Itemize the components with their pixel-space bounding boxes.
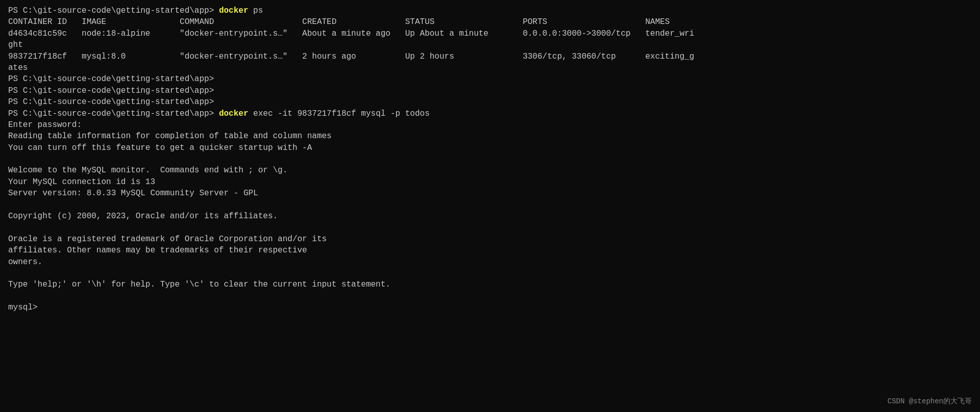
oracle-trademark-2: affiliates. Other names may be trademark… bbox=[8, 245, 972, 256]
oracle-trademark-3: owners. bbox=[8, 256, 972, 268]
table-row-1-part1: d4634c81c59c node:18-alpine "docker-entr… bbox=[8, 28, 972, 39]
command-args-1: ps bbox=[248, 6, 263, 15]
prompt-1: PS C:\git-source-code\getting-started\ap… bbox=[8, 6, 219, 15]
terminal-window: PS C:\git-source-code\getting-started\ap… bbox=[8, 5, 972, 314]
table-row-1-part2: ght bbox=[8, 39, 972, 50]
empty-line-4 bbox=[8, 268, 972, 279]
table-row-2-part2: ates bbox=[8, 62, 972, 73]
empty-prompt-1: PS C:\git-source-code\getting-started\ap… bbox=[8, 73, 972, 85]
mysql-prompt[interactable]: mysql> bbox=[8, 302, 972, 313]
empty-line-3 bbox=[8, 222, 972, 233]
reading-table-info: Reading table information for completion… bbox=[8, 131, 972, 142]
help-hint: Type 'help;' or '\h' for help. Type '\c'… bbox=[8, 279, 972, 290]
docker-keyword-1: docker bbox=[219, 6, 249, 15]
turn-off-feature: You can turn off this feature to get a q… bbox=[8, 142, 972, 153]
command-args-2: exec -it 9837217f18cf mysql -p todos bbox=[248, 109, 429, 118]
command-line-2: PS C:\git-source-code\getting-started\ap… bbox=[8, 108, 972, 119]
server-version: Server version: 8.0.33 MySQL Community S… bbox=[8, 188, 972, 199]
prompt-2: PS C:\git-source-code\getting-started\ap… bbox=[8, 109, 219, 118]
table-header: CONTAINER ID IMAGE COMMAND CREATED STATU… bbox=[8, 16, 972, 28]
empty-prompt-2: PS C:\git-source-code\getting-started\ap… bbox=[8, 85, 972, 96]
empty-line-2 bbox=[8, 199, 972, 211]
docker-keyword-2: docker bbox=[219, 109, 249, 118]
empty-line-5 bbox=[8, 291, 972, 302]
connection-id: Your MySQL connection id is 13 bbox=[8, 176, 972, 188]
command-line-1: PS C:\git-source-code\getting-started\ap… bbox=[8, 5, 972, 16]
empty-prompt-3: PS C:\git-source-code\getting-started\ap… bbox=[8, 96, 972, 108]
copyright-notice: Copyright (c) 2000, 2023, Oracle and/or … bbox=[8, 211, 972, 222]
welcome-message: Welcome to the MySQL monitor. Commands e… bbox=[8, 165, 972, 176]
watermark: CSDN @stephen的大飞哥 bbox=[888, 397, 972, 407]
oracle-trademark-1: Oracle is a registered trademark of Orac… bbox=[8, 234, 972, 245]
enter-password: Enter password: bbox=[8, 119, 972, 131]
table-row-2-part1: 9837217f18cf mysql:8.0 "docker-entrypoin… bbox=[8, 51, 972, 62]
empty-line-1 bbox=[8, 153, 972, 165]
